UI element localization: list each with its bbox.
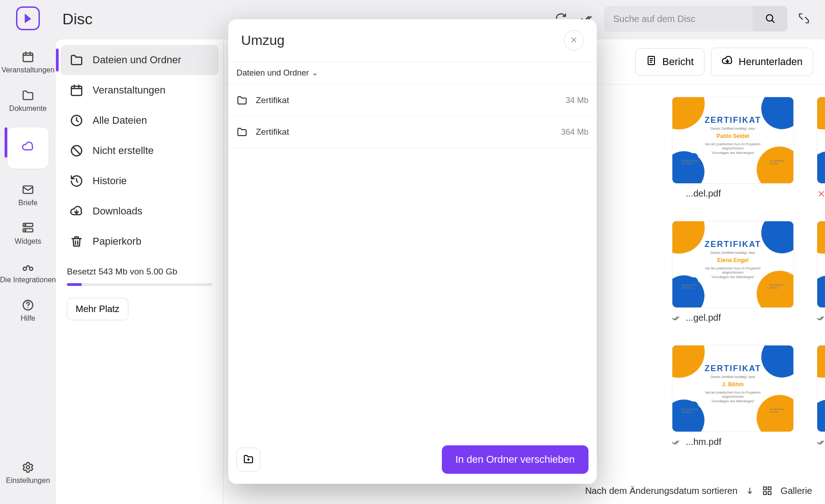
svg-point-5 bbox=[25, 230, 26, 231]
integrations-icon bbox=[22, 260, 34, 273]
report-button[interactable]: Bericht bbox=[635, 48, 704, 76]
view-label[interactable]: Gallerie bbox=[781, 486, 812, 496]
nav-item-letters[interactable]: Briefe bbox=[0, 177, 56, 215]
folder-icon bbox=[236, 95, 248, 106]
modal-close-button[interactable] bbox=[564, 30, 584, 50]
file-card[interactable]: ZERTIFIKAT Dieses Zertifikat bestätigt, … bbox=[672, 345, 794, 447]
widgets-icon bbox=[22, 222, 34, 235]
grid-icon[interactable] bbox=[762, 486, 772, 496]
sidebar-label: Veranstaltungen bbox=[93, 84, 165, 96]
modal-breadcrumb-label: Dateien und Ordner bbox=[236, 68, 309, 78]
chevron-down-icon bbox=[312, 70, 318, 77]
error-icon bbox=[817, 189, 825, 198]
file-name: ...hm.pdf bbox=[686, 437, 721, 447]
download-button[interactable]: Herunterladen bbox=[711, 48, 813, 76]
file-card[interactable]: ZERTIFIKAT Dieses Zertifikat bestätigt, … bbox=[672, 97, 794, 199]
svg-rect-16 bbox=[768, 487, 771, 490]
new-folder-button[interactable] bbox=[236, 448, 260, 471]
check-icon bbox=[672, 438, 681, 447]
file-thumbnail: ZERTIFIKAT Dieses Zertifikat bestätigt, … bbox=[672, 97, 794, 184]
sidebar-item-files-folders[interactable]: Dateien und Ordner bbox=[60, 45, 219, 75]
check-icon bbox=[817, 313, 825, 323]
storage-text: Besetzt 543 Mb von 5.00 Gb bbox=[67, 267, 212, 277]
move-modal: Umzug Dateien und Ordner Zertifikat 34 M… bbox=[228, 19, 597, 484]
file-card[interactable]: ZERTIFIKAT Dieses Zertifikat bestätigt, … bbox=[817, 97, 825, 199]
svg-rect-18 bbox=[768, 492, 771, 494]
folder-row[interactable]: Zertifikat 34 Mb bbox=[228, 85, 597, 116]
trash-icon bbox=[70, 235, 83, 248]
modal-breadcrumb[interactable]: Dateien und Ordner bbox=[228, 62, 597, 85]
page-title: Disc bbox=[62, 10, 93, 28]
folder-sidebar: Dateien und Ordner Veranstaltungen Alle … bbox=[56, 39, 224, 504]
app-logo bbox=[16, 6, 40, 30]
check-icon bbox=[672, 189, 681, 198]
file-card[interactable]: ZERTIFIKAT Dieses Zertifikat bestätigt, … bbox=[672, 221, 794, 323]
search-icon bbox=[764, 13, 776, 25]
move-to-folder-button[interactable]: In den Ordner verschieben bbox=[442, 445, 589, 474]
storage-usage: Besetzt 543 Mb von 5.00 Gb bbox=[67, 267, 212, 286]
folder-icon bbox=[236, 126, 248, 137]
download-icon bbox=[70, 204, 83, 218]
more-space-button[interactable]: Mehr Platz bbox=[67, 298, 128, 320]
download-label: Herunterladen bbox=[739, 56, 803, 68]
nav-item-widgets[interactable]: Widgets bbox=[0, 215, 56, 254]
gear-icon bbox=[22, 461, 34, 474]
calendar-icon bbox=[22, 50, 34, 63]
nav-label: Die Integrationen bbox=[0, 276, 56, 284]
nav-label: Widgets bbox=[15, 237, 41, 246]
sidebar-label: Alle Dateien bbox=[93, 115, 147, 126]
cloud-icon bbox=[22, 140, 34, 153]
file-thumbnail: ZERTIFIKAT Dieses Zertifikat bestätigt, … bbox=[817, 221, 825, 308]
check-icon bbox=[817, 438, 825, 447]
modal-folder-list: Zertifikat 34 Mb Zertifikat 364 Mb bbox=[228, 85, 597, 435]
svg-rect-17 bbox=[764, 492, 766, 494]
help-icon bbox=[22, 299, 34, 312]
download-icon bbox=[721, 55, 733, 69]
arrow-down-icon[interactable] bbox=[746, 487, 754, 495]
folder-size: 364 Mb bbox=[561, 127, 588, 137]
sidebar-item-all-files[interactable]: Alle Dateien bbox=[60, 105, 219, 136]
sidebar-item-trash[interactable]: Papierkorb bbox=[60, 226, 219, 257]
folder-icon bbox=[22, 89, 34, 102]
nav-label: Veranstaltungen bbox=[1, 66, 55, 74]
folder-plus-icon bbox=[243, 454, 254, 466]
folder-row[interactable]: Zertifikat 364 Mb bbox=[228, 116, 597, 148]
svg-point-9 bbox=[27, 466, 30, 469]
search-field[interactable] bbox=[604, 6, 787, 32]
folder-size: 34 Mb bbox=[566, 96, 588, 105]
sidebar-item-events[interactable]: Veranstaltungen bbox=[60, 75, 219, 105]
sidebar-item-not-created[interactable]: Nicht erstellte bbox=[60, 136, 219, 166]
svg-point-10 bbox=[766, 15, 773, 21]
nav-item-help[interactable]: Hilfe bbox=[0, 292, 56, 331]
folder-icon bbox=[70, 53, 83, 67]
expand-button[interactable] bbox=[794, 9, 814, 29]
check-icon bbox=[672, 313, 681, 323]
file-thumbnail: ZERTIFIKAT Dieses Zertifikat bestätigt, … bbox=[817, 345, 825, 432]
file-name: ...del.pdf bbox=[686, 188, 721, 199]
nav-item-documents[interactable]: Dokumente bbox=[0, 82, 56, 121]
search-input[interactable] bbox=[613, 14, 753, 24]
file-thumbnail: ZERTIFIKAT Dieses Zertifikat bestätigt, … bbox=[672, 345, 794, 432]
search-button[interactable] bbox=[753, 6, 787, 32]
nav-item-events[interactable]: Veranstaltungen bbox=[0, 44, 56, 82]
file-card[interactable]: ZERTIFIKAT Dieses Zertifikat bestätigt, … bbox=[817, 345, 825, 447]
report-icon bbox=[646, 55, 657, 69]
nav-label: Briefe bbox=[18, 199, 38, 207]
nav-label: Einstellungen bbox=[6, 477, 50, 485]
nav-rail: Veranstaltungen Dokumente Briefe Widgets… bbox=[0, 0, 56, 504]
nav-item-integrations[interactable]: Die Integrationen bbox=[0, 254, 56, 292]
sidebar-label: Downloads bbox=[93, 205, 143, 217]
storage-bar bbox=[67, 283, 212, 286]
nav-item-disc[interactable] bbox=[0, 121, 56, 177]
svg-point-4 bbox=[25, 225, 26, 225]
close-icon bbox=[570, 36, 578, 45]
sort-label[interactable]: Nach dem Änderungsdatum sortieren bbox=[585, 486, 737, 496]
nav-item-settings[interactable]: Einstellungen bbox=[0, 455, 56, 493]
sidebar-item-downloads[interactable]: Downloads bbox=[60, 196, 219, 226]
forbidden-icon bbox=[70, 144, 83, 158]
expand-icon bbox=[798, 12, 810, 26]
calendar-icon bbox=[70, 83, 83, 97]
file-card[interactable]: ZERTIFIKAT Dieses Zertifikat bestätigt, … bbox=[817, 221, 825, 323]
nav-label: Hilfe bbox=[21, 314, 35, 323]
sidebar-item-history[interactable]: Historie bbox=[60, 166, 219, 196]
